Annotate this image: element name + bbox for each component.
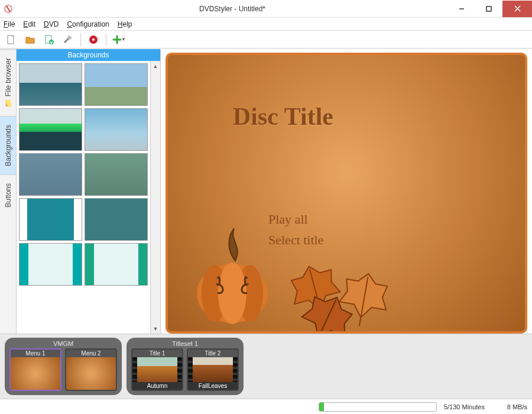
new-button[interactable]	[4, 32, 19, 47]
burn-button[interactable]	[86, 32, 101, 47]
open-button[interactable]	[22, 32, 38, 47]
tab-file-browser[interactable]: 📁 File browser	[0, 49, 16, 116]
toolbar-separator	[106, 33, 106, 46]
maximize-button[interactable]	[475, 1, 502, 17]
timeline-item-label: Title 1	[132, 350, 182, 357]
disc-title-text[interactable]: Disc Title	[233, 102, 333, 131]
dropdown-caret-icon: ▼	[121, 37, 126, 42]
background-thumbnails	[17, 61, 150, 334]
timeline-item-label: Title 2	[188, 350, 238, 357]
svg-rect-2	[486, 7, 491, 11]
tab-label: File browser	[4, 58, 12, 96]
menu-link-play-all[interactable]: Play all	[268, 209, 323, 229]
folder-icon: 📁	[4, 99, 12, 108]
backgrounds-panel: Backgrounds ▲ ▼	[17, 49, 161, 334]
minutes-text: 5/130 Minutes	[444, 403, 485, 410]
menu-preview[interactable]: Disc Title Play all Select title	[166, 53, 527, 334]
timeline-item[interactable]: Menu 2	[65, 348, 117, 391]
close-button[interactable]	[502, 1, 532, 17]
progress-bar-fill	[319, 403, 324, 411]
timeline-group-label: Titleset 1	[131, 340, 239, 347]
menubar: File Edit DVD Configuration Help	[0, 18, 532, 31]
timeline-item-label: Menu 2	[66, 350, 116, 357]
timeline-item[interactable]: Menu 1	[9, 348, 61, 391]
timeline-item[interactable]: Title 1Autumn	[131, 348, 183, 391]
add-button[interactable]: ▼	[111, 32, 126, 47]
timeline-group-label: VMGM	[9, 340, 117, 347]
bitrate-text: 8 MB/s	[492, 403, 527, 410]
timeline-group: Titleset 1Title 1AutumnTitle 2FallLeaves	[126, 338, 244, 395]
menu-help[interactable]: Help	[118, 20, 132, 28]
timeline-item-label: Menu 1	[11, 350, 60, 357]
settings-button[interactable]	[60, 32, 76, 47]
menu-links: Play all Select title	[268, 209, 323, 250]
statusbar: 5/130 Minutes 8 MB/s	[0, 399, 532, 414]
menu-dvd[interactable]: DVD	[44, 20, 59, 28]
window-controls	[448, 1, 532, 17]
background-thumb[interactable]	[19, 108, 82, 151]
scroll-down-icon[interactable]: ▼	[151, 324, 160, 334]
titlebar: DVDStyler - Untitled*	[0, 0, 532, 18]
scrollbar[interactable]: ▲ ▼	[150, 61, 160, 334]
background-thumb[interactable]	[85, 108, 148, 151]
menu-edit[interactable]: Edit	[23, 20, 35, 28]
timeline-group: VMGMMenu 1Menu 2	[5, 338, 122, 395]
toolbar: ▼	[0, 31, 532, 48]
menu-file[interactable]: File	[4, 20, 15, 28]
disc-usage-progress	[319, 402, 437, 412]
toolbar-separator	[80, 33, 81, 46]
svg-point-8	[92, 38, 95, 41]
tab-buttons[interactable]: Buttons	[0, 174, 16, 216]
timeline-item-caption: Autumn	[132, 382, 182, 390]
background-thumb[interactable]	[19, 198, 82, 241]
background-thumb[interactable]	[85, 153, 148, 196]
app-icon	[0, 4, 17, 14]
background-thumb[interactable]	[85, 243, 148, 286]
preview-area: Disc Title Play all Select title	[161, 49, 532, 334]
timeline-item[interactable]: Title 2FallLeaves	[187, 348, 239, 391]
timeline-item-caption: FallLeaves	[188, 382, 238, 390]
tab-label: Backgrounds	[4, 125, 12, 166]
window-title: DVDStyler - Untitled*	[17, 5, 448, 13]
pumpkin-graphic	[188, 225, 277, 328]
minimize-button[interactable]	[448, 1, 475, 17]
side-tabs: 📁 File browser Backgrounds Buttons	[0, 49, 17, 334]
leaves-graphic	[268, 255, 422, 334]
menu-configuration[interactable]: Configuration	[67, 20, 109, 28]
background-thumb[interactable]	[85, 198, 148, 241]
tab-label: Buttons	[4, 183, 12, 208]
background-thumb[interactable]	[19, 243, 82, 286]
main-area: 📁 File browser Backgrounds Buttons Backg…	[0, 48, 532, 334]
panel-header: Backgrounds	[17, 49, 160, 61]
svg-point-12	[218, 263, 246, 324]
background-thumb[interactable]	[85, 63, 148, 106]
scroll-up-icon[interactable]: ▲	[151, 61, 160, 71]
tab-backgrounds[interactable]: Backgrounds	[0, 116, 16, 174]
save-button[interactable]	[41, 32, 57, 47]
timeline[interactable]: VMGMMenu 1Menu 2Titleset 1Title 1AutumnT…	[0, 334, 532, 399]
background-thumb[interactable]	[19, 63, 82, 106]
menu-link-select-title[interactable]: Select title	[268, 229, 323, 250]
background-thumb[interactable]	[19, 153, 82, 196]
